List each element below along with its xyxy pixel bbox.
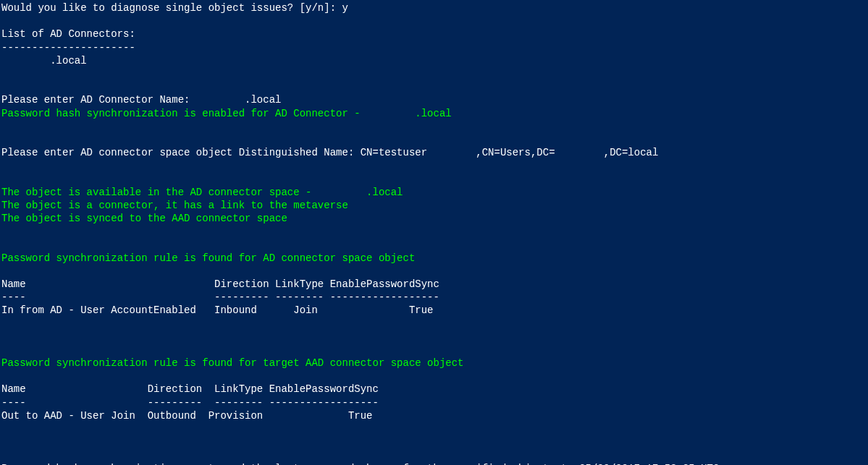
status-object-available: The object is available in the AD connec… bbox=[1, 187, 403, 198]
table2-header: Name Direction LinkType EnablePasswordSy… bbox=[1, 383, 379, 395]
list-header: List of AD Connectors: bbox=[1, 28, 135, 40]
status-phs-enabled: Password hash synchronization is enabled… bbox=[1, 108, 452, 119]
divider: ---------------------- bbox=[1, 42, 135, 54]
status-rule-aad: Password synchronization rule is found f… bbox=[1, 357, 464, 369]
prompt-diagnose: Would you like to diagnose single object… bbox=[1, 2, 348, 14]
status-agent-read: Password hash synchronization agent read… bbox=[1, 463, 719, 465]
table1-header: Name Direction LinkType EnablePasswordSy… bbox=[1, 278, 439, 290]
status-rule-ad: Password synchronization rule is found f… bbox=[1, 252, 415, 264]
status-object-synced: The object is synced to the AAD connecto… bbox=[1, 213, 287, 224]
status-object-connector: The object is a connector, it has a link… bbox=[1, 200, 348, 211]
prompt-dn: Please enter AD connector space object D… bbox=[1, 147, 658, 158]
table1-row: In from AD - User AccountEnabled Inbound… bbox=[1, 304, 434, 316]
table1-divider: ---- --------- -------- ----------------… bbox=[1, 291, 439, 303]
prompt-connector-name: Please enter AD Connector Name: .local bbox=[1, 94, 281, 106]
table2-divider: ---- --------- -------- ----------------… bbox=[1, 397, 379, 409]
table2-row: Out to AAD - User Join Outbound Provisio… bbox=[1, 410, 372, 422]
connector-item: .local bbox=[1, 55, 87, 67]
